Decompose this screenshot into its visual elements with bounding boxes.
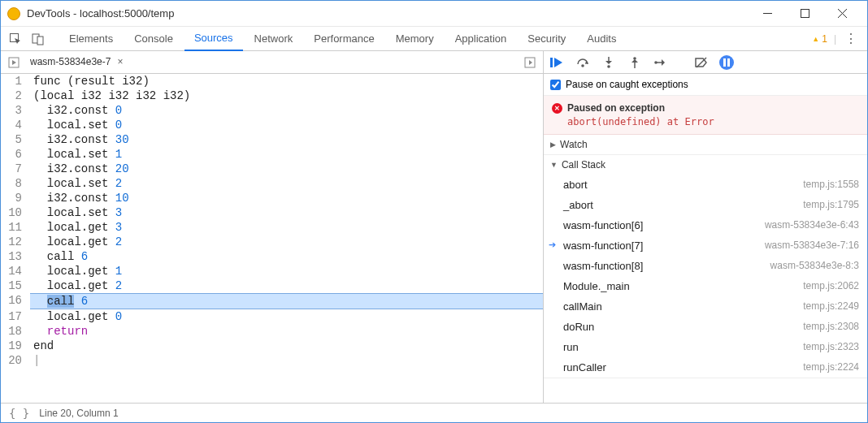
callstack-frame[interactable]: runtemp.js:2323 xyxy=(544,337,867,357)
close-button[interactable] xyxy=(823,2,861,26)
code-line[interactable]: 7 i32.const 20 xyxy=(1,162,543,176)
step-into-icon[interactable] xyxy=(601,54,617,71)
run-snippet-icon[interactable] xyxy=(4,53,24,72)
tab-security[interactable]: Security xyxy=(518,27,575,51)
callstack-frame[interactable]: wasm-function[6]wasm-53834e3e-6:43 xyxy=(544,215,867,235)
step-icon[interactable] xyxy=(653,54,669,71)
gutter-line-number[interactable]: 1 xyxy=(1,74,30,88)
gutter-line-number[interactable]: 14 xyxy=(1,264,30,278)
more-menu-icon[interactable]: ⋮ xyxy=(843,31,859,46)
exception-message: abort(undefined) at Error xyxy=(552,116,859,127)
tab-memory[interactable]: Memory xyxy=(386,27,444,51)
step-out-icon[interactable] xyxy=(627,54,643,71)
minimize-button[interactable] xyxy=(749,2,786,26)
code-line[interactable]: 3 i32.const 0 xyxy=(1,103,543,118)
code-line[interactable]: 12 local.get 2 xyxy=(1,235,543,249)
callstack-frame[interactable]: wasm-function[8]wasm-53834e3e-8:3 xyxy=(544,256,867,276)
watch-header[interactable]: Watch xyxy=(544,135,867,154)
gutter-line-number[interactable]: 12 xyxy=(1,235,30,249)
code-line-content: i32.const 10 xyxy=(30,191,543,205)
exception-banner: Paused on exception abort(undefined) at … xyxy=(544,96,867,135)
code-line[interactable]: 20 xyxy=(1,353,543,368)
code-line[interactable]: 4 local.set 0 xyxy=(1,118,543,132)
code-line[interactable]: 9 i32.const 10 xyxy=(1,191,543,205)
window-controls xyxy=(749,2,861,26)
callstack-frame[interactable]: doRuntemp.js:2308 xyxy=(544,317,867,337)
code-line-content xyxy=(30,353,543,368)
debugger-pane: Pause on caught exceptions Paused on exc… xyxy=(544,51,867,403)
deactivate-breakpoints-icon[interactable] xyxy=(693,54,710,71)
code-line[interactable]: 19end xyxy=(1,339,543,353)
tab-audits[interactable]: Audits xyxy=(577,27,626,51)
gutter-line-number[interactable]: 3 xyxy=(1,103,30,118)
gutter-line-number[interactable]: 19 xyxy=(1,339,30,353)
inspect-element-icon[interactable] xyxy=(4,28,27,50)
callstack-frame[interactable]: _aborttemp.js:1795 xyxy=(544,195,867,215)
code-line[interactable]: 10 local.set 3 xyxy=(1,205,543,220)
warning-count[interactable]: 1 xyxy=(812,33,827,45)
step-over-icon[interactable] xyxy=(575,54,591,71)
callstack-loc: temp.js:2224 xyxy=(803,361,859,373)
code-line[interactable]: 13 call 6 xyxy=(1,249,543,264)
tab-performance[interactable]: Performance xyxy=(304,27,384,51)
code-line[interactable]: 1func (result i32) xyxy=(1,74,543,88)
file-tab[interactable]: wasm-53834e3e-7 × xyxy=(24,52,129,73)
callstack-header[interactable]: Call Stack xyxy=(544,155,867,175)
code-line[interactable]: 17 local.get 0 xyxy=(1,309,543,324)
tab-sources[interactable]: Sources xyxy=(184,27,243,51)
file-tab-label: wasm-53834e3e-7 xyxy=(30,56,111,67)
gutter-line-number[interactable]: 9 xyxy=(1,191,30,205)
code-line-content: local.get 1 xyxy=(30,264,543,278)
code-line[interactable]: 18 return xyxy=(1,324,543,339)
callstack-frame[interactable]: Module._maintemp.js:2062 xyxy=(544,276,867,296)
svg-rect-12 xyxy=(727,58,730,67)
code-line[interactable]: 8 local.set 2 xyxy=(1,176,543,191)
code-editor[interactable]: 1func (result i32)2(local i32 i32 i32 i3… xyxy=(1,74,543,403)
gutter-line-number[interactable]: 11 xyxy=(1,220,30,235)
gutter-line-number[interactable]: 4 xyxy=(1,118,30,132)
resume-icon[interactable] xyxy=(549,54,565,71)
code-line[interactable]: 2(local i32 i32 i32 i32) xyxy=(1,88,543,103)
pretty-print-icon[interactable]: { } xyxy=(9,407,29,420)
callstack-frame[interactable]: callMaintemp.js:2249 xyxy=(544,296,867,317)
pause-on-caught-label: Pause on caught exceptions xyxy=(566,79,688,90)
go-to-end-icon[interactable] xyxy=(520,53,540,72)
gutter-line-number[interactable]: 5 xyxy=(1,132,30,147)
gutter-line-number[interactable]: 6 xyxy=(1,147,30,162)
device-toolbar-icon[interactable] xyxy=(27,28,50,50)
callstack-frame[interactable]: aborttemp.js:1558 xyxy=(544,175,867,195)
gutter-line-number[interactable]: 20 xyxy=(1,353,30,368)
pause-on-exceptions-icon[interactable] xyxy=(719,55,734,70)
code-line[interactable]: 5 i32.const 30 xyxy=(1,132,543,147)
code-line[interactable]: 6 local.set 1 xyxy=(1,147,543,162)
pause-on-caught-checkbox[interactable] xyxy=(550,80,561,90)
watch-section[interactable]: Watch xyxy=(544,135,867,155)
callstack-loc: temp.js:2308 xyxy=(803,321,859,333)
code-line-content: local.get 2 xyxy=(30,235,543,249)
tab-network[interactable]: Network xyxy=(245,27,303,51)
code-line[interactable]: 16 call 6 xyxy=(1,293,543,309)
pause-on-caught-row[interactable]: Pause on caught exceptions xyxy=(544,74,867,96)
code-line[interactable]: 11 local.get 3 xyxy=(1,220,543,235)
gutter-line-number[interactable]: 8 xyxy=(1,176,30,191)
callstack-frame[interactable]: wasm-function[7]wasm-53834e3e-7:16 xyxy=(544,235,867,256)
maximize-button[interactable] xyxy=(786,2,823,26)
gutter-line-number[interactable]: 7 xyxy=(1,162,30,176)
tab-application[interactable]: Application xyxy=(445,27,517,51)
tab-console[interactable]: Console xyxy=(124,27,183,51)
gutter-line-number[interactable]: 13 xyxy=(1,249,30,264)
devtools-tabbar: ElementsConsoleSourcesNetworkPerformance… xyxy=(1,27,867,51)
gutter-line-number[interactable]: 18 xyxy=(1,324,30,339)
workspace: wasm-53834e3e-7 × 1func (result i32)2(lo… xyxy=(1,51,867,403)
gutter-line-number[interactable]: 17 xyxy=(1,309,30,324)
code-line[interactable]: 14 local.get 1 xyxy=(1,264,543,278)
gutter-line-number[interactable]: 2 xyxy=(1,88,30,103)
gutter-line-number[interactable]: 16 xyxy=(1,293,30,309)
gutter-line-number[interactable]: 15 xyxy=(1,278,30,293)
close-icon[interactable]: × xyxy=(117,56,123,67)
tab-elements[interactable]: Elements xyxy=(59,27,123,51)
code-line-content: call 6 xyxy=(30,293,543,309)
gutter-line-number[interactable]: 10 xyxy=(1,205,30,220)
code-line[interactable]: 15 local.get 2 xyxy=(1,278,543,293)
callstack-frame[interactable]: runCallertemp.js:2224 xyxy=(544,357,867,378)
